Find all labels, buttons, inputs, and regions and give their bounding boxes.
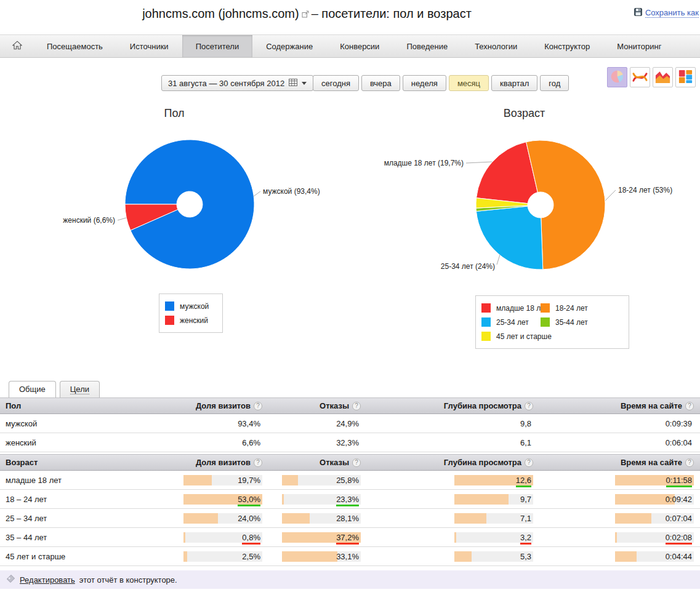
- table-cell: 5,3: [361, 551, 533, 562]
- legend-item-18-24-лет[interactable]: 18-24 лет: [541, 301, 623, 315]
- value-bar: 23,3%: [282, 494, 361, 505]
- chart-type-pie-button[interactable]: [607, 67, 627, 87]
- cell-value: 2,5%: [242, 551, 260, 562]
- constructor-bar: Редактировать этот отчёт в конструкторе.: [0, 570, 700, 589]
- value-bar: 0:07:04: [615, 513, 694, 524]
- value-bar-fill: [454, 532, 456, 543]
- table-cell: 32,3%: [262, 438, 361, 447]
- column-header: Глубина просмотра?: [361, 458, 533, 467]
- cell-value: 0:11:58: [666, 475, 692, 485]
- columns-chart-icon: [677, 68, 694, 87]
- help-icon[interactable]: ?: [525, 402, 533, 410]
- value-bar: 5,3: [454, 551, 533, 562]
- callout-line: [497, 255, 500, 265]
- help-icon[interactable]: ?: [254, 402, 262, 410]
- help-icon[interactable]: ?: [685, 458, 694, 467]
- nav-item-мониторинг[interactable]: Мониторинг: [603, 35, 675, 57]
- cell-value: 23,3%: [336, 494, 359, 505]
- nav-home[interactable]: [0, 35, 33, 57]
- chevron-down-icon: [302, 82, 307, 85]
- pie-chart-icon: [609, 68, 626, 87]
- cell-value: 0:09:39: [666, 419, 692, 428]
- lines-chart-icon: [632, 68, 648, 87]
- column-header-label: Отказы: [320, 401, 349, 410]
- nav-item-технологии[interactable]: Технологии: [461, 35, 531, 57]
- calendar-icon: [289, 78, 297, 88]
- save-as-link[interactable]: Сохранить как: [634, 8, 699, 18]
- cell-value: 53,0%: [238, 494, 260, 505]
- help-icon[interactable]: ?: [525, 458, 533, 467]
- cell-value: 0:07:04: [666, 513, 692, 524]
- table-cell: 9,7: [361, 494, 533, 505]
- legend-label: 25-34 лет: [496, 318, 529, 327]
- chart-type-columns-button[interactable]: [675, 67, 696, 87]
- report-tab-общие[interactable]: Общие: [9, 381, 56, 397]
- chart-type-lines-button[interactable]: [630, 67, 650, 87]
- value-bar: 33,1%: [282, 551, 361, 562]
- help-icon[interactable]: ?: [352, 458, 361, 467]
- value-bar-fill: [183, 532, 185, 543]
- value-bar-fill: [282, 494, 284, 505]
- table-cell: 6,6%: [151, 438, 262, 447]
- nav-item-содержание[interactable]: Содержание: [252, 35, 326, 57]
- nav-item-посетители[interactable]: Посетители: [182, 35, 253, 57]
- table-cell: 9,8: [361, 419, 533, 428]
- value-bar: 0:11:58: [615, 475, 694, 485]
- legend-swatch: [481, 317, 491, 327]
- help-icon[interactable]: ?: [254, 458, 262, 467]
- period-button-квартал[interactable]: квартал: [491, 75, 537, 91]
- legend-item-25-34-лет[interactable]: 25-34 лет: [481, 315, 541, 329]
- edit-report-link[interactable]: Редактировать: [20, 575, 75, 585]
- cell-value: 93,4%: [238, 419, 260, 428]
- column-header-label: Глубина просмотра: [444, 458, 521, 467]
- value-bar: 7,1: [454, 513, 533, 524]
- legend-label: 35-44 лет: [555, 318, 588, 327]
- period-button-сегодня[interactable]: сегодня: [313, 75, 359, 91]
- chart-type-area-button[interactable]: [653, 67, 673, 87]
- table-cell: 0:04:44: [533, 551, 700, 562]
- table-row: 18 – 24 лет53,0%23,3%9,70:09:42: [0, 490, 700, 509]
- callout-line: [466, 162, 492, 163]
- toolbar: 31 августа — 30 сентября 2012 сегоднявче…: [0, 58, 700, 102]
- value-bar: 3,2: [454, 532, 533, 543]
- period-button-год[interactable]: год: [540, 75, 569, 91]
- gender-legend: мужскойженский: [159, 294, 223, 333]
- nav-item-конструктор[interactable]: Конструктор: [531, 35, 603, 57]
- legend-item-45-лет-и-старше[interactable]: 45 лет и старше: [481, 329, 541, 343]
- save-icon: [634, 8, 642, 18]
- nav-item-конверсии[interactable]: Конверсии: [326, 35, 393, 57]
- cell-value: 3,2: [520, 532, 531, 543]
- column-header: Глубина просмотра?: [361, 401, 533, 410]
- cell-value: 24,0%: [238, 513, 260, 524]
- nav-item-поведение[interactable]: Поведение: [393, 35, 461, 57]
- cell-value: 28,1%: [336, 513, 359, 524]
- value-bar-fill: [183, 551, 187, 562]
- legend-item-женский[interactable]: женский: [165, 313, 217, 327]
- table-cell: 7,1: [361, 513, 533, 524]
- legend-item-35-44-лет[interactable]: 35-44 лет: [541, 315, 623, 329]
- period-button-месяц[interactable]: месяц: [449, 75, 489, 91]
- value-bar: 0:04:44: [615, 551, 694, 562]
- table-cell: 24,0%: [151, 513, 262, 524]
- table-row: младше 18 лет19,7%25,8%12,60:11:58: [0, 471, 700, 490]
- nav-item-посещаемость[interactable]: Посещаемость: [33, 35, 116, 57]
- help-icon[interactable]: ?: [685, 402, 694, 410]
- legend-item-мужской[interactable]: мужской: [165, 299, 217, 313]
- date-range-button[interactable]: 31 августа — 30 сентября 2012: [161, 75, 313, 91]
- table-cell: 37,2%: [262, 532, 361, 543]
- nav-item-источники[interactable]: Источники: [116, 35, 182, 57]
- external-link-icon[interactable]: [302, 7, 309, 21]
- legend-item-младше-18-лет[interactable]: младше 18 лет: [481, 301, 541, 315]
- help-icon[interactable]: ?: [352, 402, 361, 410]
- section-title: Возраст: [0, 458, 151, 467]
- row-label: младше 18 лет: [0, 476, 151, 485]
- column-header: Время на сайте?: [533, 458, 700, 467]
- pie-slice-25-34-лет[interactable]: [477, 206, 543, 270]
- period-button-неделя[interactable]: неделя: [403, 75, 446, 91]
- table-cell: 0:09:42: [533, 494, 700, 505]
- report-tab-цели[interactable]: Цели: [60, 381, 100, 397]
- table-cell: 24,9%: [262, 419, 361, 428]
- table-cell: 6,1: [361, 438, 533, 447]
- legend-swatch: [541, 303, 550, 313]
- period-button-вчера[interactable]: вчера: [361, 75, 400, 91]
